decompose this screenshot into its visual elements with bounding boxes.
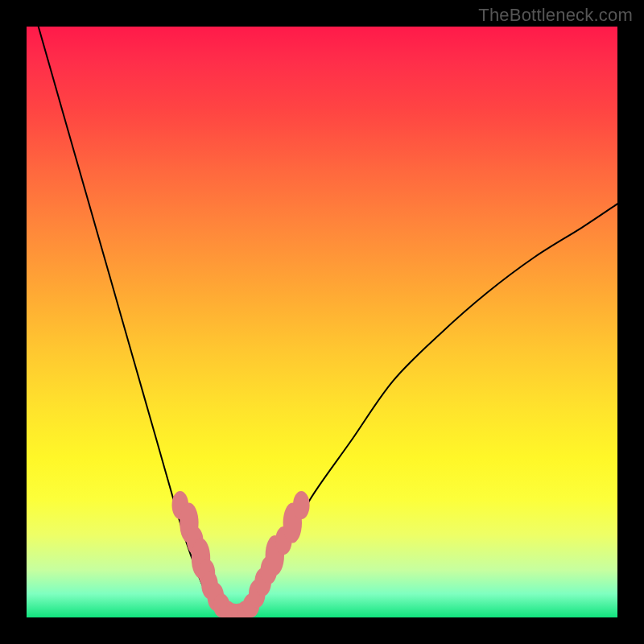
plot-area xyxy=(27,27,617,617)
curve-layer xyxy=(27,27,617,617)
curve-marker xyxy=(293,491,310,519)
chart-frame: TheBottleneck.com xyxy=(0,0,644,644)
bottleneck-curve xyxy=(39,27,617,615)
marker-group xyxy=(172,491,310,617)
watermark-text: TheBottleneck.com xyxy=(478,5,633,26)
